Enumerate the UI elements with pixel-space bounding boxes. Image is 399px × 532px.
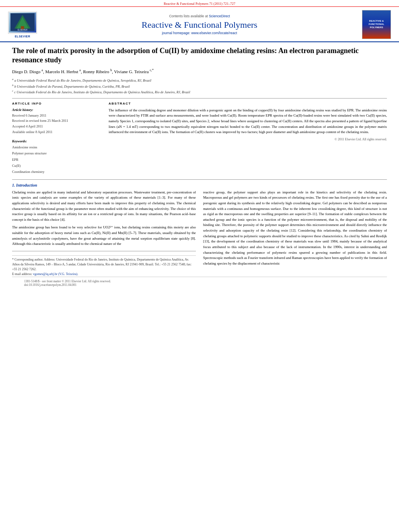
page: Reactive & Functional Polymers 71 (2011)… <box>0 0 399 532</box>
affiliation-a: a a Universidade Federal Rural do Rio de… <box>12 77 387 83</box>
keyword-2: Polymer porous structure <box>12 150 101 156</box>
affiliations: a a Universidade Federal Rural do Rio de… <box>12 77 387 95</box>
citation-bar: Reactive & Functional Polymers 71 (2011)… <box>0 0 399 7</box>
author-ribeiro: Ronny Ribeiro b, <box>83 69 113 74</box>
journal-title: Reactive & Functional Polymers <box>43 20 356 30</box>
abstract-col: ABSTRACT The influence of the crosslinki… <box>109 102 387 175</box>
journal-header: ELSEVIER ELSEVIER Contents lists availab… <box>0 7 399 42</box>
email-label: E-mail address: <box>12 272 32 276</box>
elsevier-box: ELSEVIER <box>8 12 37 34</box>
sciencedirect-label: Contents lists available at <box>169 14 208 18</box>
intro-p1: Chelating resins are applied in many ind… <box>12 190 196 223</box>
elsevier-svg-logo: ELSEVIER <box>10 13 35 31</box>
doi-line: doi:10.1016/j.reactfunctpolym.2011.04.00… <box>24 283 111 287</box>
section-1-title-text: Introduction <box>16 183 37 187</box>
keyword-3: EPR <box>12 157 101 163</box>
abstract-heading: ABSTRACT <box>109 102 387 105</box>
keywords-label: Keywords: <box>12 139 101 143</box>
article-info-col: ARTICLE INFO Article history: Received 6… <box>12 102 101 175</box>
homepage-link[interactable]: journal homepage: www.elsevier.com/locat… <box>162 31 237 35</box>
keyword-1: Amidoxime resins <box>12 144 101 150</box>
author-diogo: Diego D. Diogo a, <box>12 69 44 74</box>
info-abstract-section: ARTICLE INFO Article history: Received 6… <box>12 102 387 175</box>
rfp-logo-inner: REACTIVE &FUNCTIONALPOLYMERS <box>362 10 391 39</box>
abstract-text: The influence of the crosslinking degree… <box>109 108 387 135</box>
authors-line: Diego D. Diogo a, Marcelo H. Herbst a, R… <box>12 68 387 76</box>
divider-2 <box>12 179 387 180</box>
copyright-line: © 2011 Elsevier Ltd. All rights reserved… <box>109 138 387 141</box>
intro-col-right: reactive group, the polymer support also… <box>203 190 387 277</box>
intro-col-left: Chelating resins are applied in many ind… <box>12 190 196 277</box>
intro-p2: The amidoxime group has been found to be… <box>12 225 196 247</box>
available-date: Available online 8 April 2011 <box>12 129 101 135</box>
author-teixeira: Viviane G. Teixeira c,* <box>114 69 154 74</box>
elsevier-image: ELSEVIER <box>9 12 36 33</box>
elsevier-logo-container: ELSEVIER ELSEVIER <box>6 12 39 38</box>
affiliation-c: c c Universidade Federal do Rio de Janei… <box>12 89 387 95</box>
revised-date: Received in revised form 25 March 2011 <box>12 118 101 124</box>
citation-text: Reactive & Functional Polymers 71 (2011)… <box>164 2 235 6</box>
author-herbst: Marcelo H. Herbst a, <box>45 69 82 74</box>
received-date: Received 6 January 2011 <box>12 113 101 119</box>
footnote-area: * Corresponding author. Address: Univers… <box>12 251 196 277</box>
keyword-4: Cu(II) <box>12 163 101 169</box>
accepted-date: Accepted 4 April 2011 <box>12 124 101 129</box>
journal-center: Contents lists available at ScienceDirec… <box>39 14 360 35</box>
affiliation-b: b b Universidade Federal do Paraná, Depa… <box>12 83 387 89</box>
keyword-5: Coordination chemistry <box>12 169 101 175</box>
rfp-logo-container: REACTIVE &FUNCTIONALPOLYMERS <box>360 10 393 39</box>
elsevier-label: ELSEVIER <box>15 35 31 38</box>
email-address[interactable]: vgomes@iq.ufrj.br (V.G. Teixeira). <box>33 272 78 276</box>
introduction-body: Chelating resins are applied in many ind… <box>12 190 387 277</box>
article-info-heading: ARTICLE INFO <box>12 102 101 105</box>
email-footnote: E-mail address: vgomes@iq.ufrj.br (V.G. … <box>12 272 196 277</box>
rfp-logo-text: REACTIVE &FUNCTIONALPOLYMERS <box>368 19 385 30</box>
introduction-heading-line: 1. Introduction <box>12 183 387 187</box>
issn-line: 1381-5148/$ - see front matter © 2011 El… <box>24 279 111 283</box>
footer-bar: 1381-5148/$ - see front matter © 2011 El… <box>12 277 387 288</box>
keywords-list: Amidoxime resins Polymer porous structur… <box>12 144 101 175</box>
corresponding-author-note: * Corresponding author. Address: Univers… <box>12 257 196 272</box>
history-label: Article history: <box>12 108 101 112</box>
intro-p3: reactive group, the polymer support also… <box>203 190 387 267</box>
sciencedirect-line: Contents lists available at ScienceDirec… <box>43 14 356 18</box>
article-content: The role of matrix porosity in the adsor… <box>0 42 399 295</box>
sciencedirect-link[interactable]: ScienceDirect <box>209 14 230 18</box>
article-title: The role of matrix porosity in the adsor… <box>12 46 387 65</box>
footnote-separator <box>12 255 196 256</box>
rfp-logo-box: REACTIVE &FUNCTIONALPOLYMERS <box>362 10 391 39</box>
divider-1 <box>12 98 387 99</box>
footer-issn: 1381-5148/$ - see front matter © 2011 El… <box>24 279 111 287</box>
journal-homepage: journal homepage: www.elsevier.com/locat… <box>43 31 356 35</box>
section-1-title: 1. Introduction <box>12 183 37 187</box>
svg-text:ELSEVIER: ELSEVIER <box>18 29 28 31</box>
section-1-number: 1. <box>12 183 16 187</box>
